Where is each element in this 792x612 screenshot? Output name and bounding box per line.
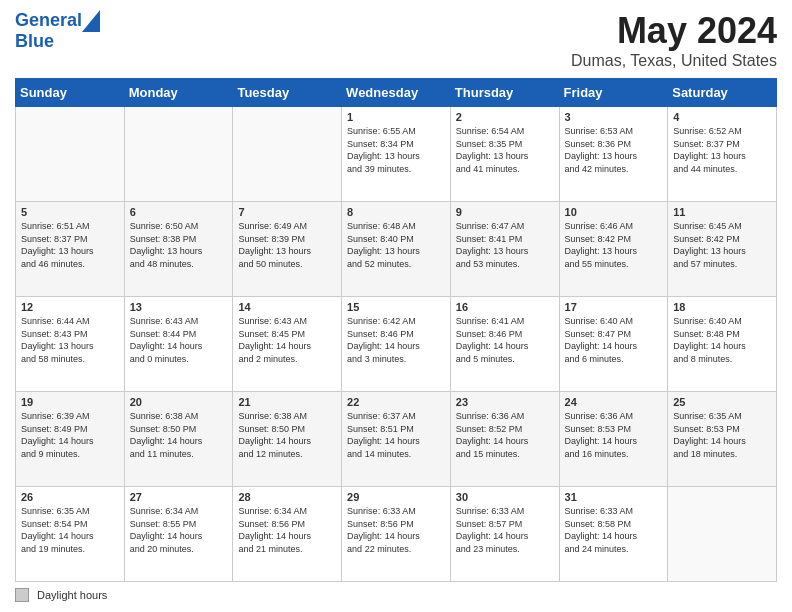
day-number: 31: [565, 491, 663, 503]
day-number: 30: [456, 491, 554, 503]
svg-marker-0: [82, 10, 100, 32]
calendar-cell: 8Sunrise: 6:48 AM Sunset: 8:40 PM Daylig…: [342, 202, 451, 297]
day-info: Sunrise: 6:38 AM Sunset: 8:50 PM Dayligh…: [238, 410, 336, 460]
day-number: 10: [565, 206, 663, 218]
calendar-header-row: SundayMondayTuesdayWednesdayThursdayFrid…: [16, 79, 777, 107]
day-number: 3: [565, 111, 663, 123]
calendar-cell: 2Sunrise: 6:54 AM Sunset: 8:35 PM Daylig…: [450, 107, 559, 202]
logo-text-blue: Blue: [15, 32, 54, 52]
logo-text-general: General: [15, 11, 82, 31]
day-number: 28: [238, 491, 336, 503]
calendar-cell: 6Sunrise: 6:50 AM Sunset: 8:38 PM Daylig…: [124, 202, 233, 297]
day-info: Sunrise: 6:37 AM Sunset: 8:51 PM Dayligh…: [347, 410, 445, 460]
calendar-cell: [16, 107, 125, 202]
calendar-cell: 9Sunrise: 6:47 AM Sunset: 8:41 PM Daylig…: [450, 202, 559, 297]
day-number: 25: [673, 396, 771, 408]
calendar-cell: 4Sunrise: 6:52 AM Sunset: 8:37 PM Daylig…: [668, 107, 777, 202]
day-number: 22: [347, 396, 445, 408]
logo-triangle-icon: [82, 10, 100, 32]
calendar-cell: 3Sunrise: 6:53 AM Sunset: 8:36 PM Daylig…: [559, 107, 668, 202]
day-number: 23: [456, 396, 554, 408]
day-info: Sunrise: 6:34 AM Sunset: 8:56 PM Dayligh…: [238, 505, 336, 555]
title-area: May 2024 Dumas, Texas, United States: [571, 10, 777, 70]
day-number: 5: [21, 206, 119, 218]
page: General Blue May 2024 Dumas, Texas, Unit…: [0, 0, 792, 612]
calendar-cell: 5Sunrise: 6:51 AM Sunset: 8:37 PM Daylig…: [16, 202, 125, 297]
day-info: Sunrise: 6:33 AM Sunset: 8:58 PM Dayligh…: [565, 505, 663, 555]
day-number: 12: [21, 301, 119, 313]
day-number: 9: [456, 206, 554, 218]
day-number: 27: [130, 491, 228, 503]
calendar-cell: 20Sunrise: 6:38 AM Sunset: 8:50 PM Dayli…: [124, 392, 233, 487]
calendar-header-tuesday: Tuesday: [233, 79, 342, 107]
day-number: 13: [130, 301, 228, 313]
calendar-header-monday: Monday: [124, 79, 233, 107]
calendar-cell: [668, 487, 777, 582]
header: General Blue May 2024 Dumas, Texas, Unit…: [15, 10, 777, 70]
day-number: 15: [347, 301, 445, 313]
day-info: Sunrise: 6:42 AM Sunset: 8:46 PM Dayligh…: [347, 315, 445, 365]
calendar-cell: 15Sunrise: 6:42 AM Sunset: 8:46 PM Dayli…: [342, 297, 451, 392]
day-info: Sunrise: 6:47 AM Sunset: 8:41 PM Dayligh…: [456, 220, 554, 270]
calendar-cell: 22Sunrise: 6:37 AM Sunset: 8:51 PM Dayli…: [342, 392, 451, 487]
main-title: May 2024: [571, 10, 777, 52]
day-number: 18: [673, 301, 771, 313]
day-info: Sunrise: 6:49 AM Sunset: 8:39 PM Dayligh…: [238, 220, 336, 270]
day-number: 2: [456, 111, 554, 123]
legend-label: Daylight hours: [37, 589, 107, 601]
day-number: 20: [130, 396, 228, 408]
calendar-cell: 18Sunrise: 6:40 AM Sunset: 8:48 PM Dayli…: [668, 297, 777, 392]
calendar-header-wednesday: Wednesday: [342, 79, 451, 107]
calendar-cell: 29Sunrise: 6:33 AM Sunset: 8:56 PM Dayli…: [342, 487, 451, 582]
calendar-cell: 11Sunrise: 6:45 AM Sunset: 8:42 PM Dayli…: [668, 202, 777, 297]
calendar-cell: 21Sunrise: 6:38 AM Sunset: 8:50 PM Dayli…: [233, 392, 342, 487]
day-info: Sunrise: 6:36 AM Sunset: 8:52 PM Dayligh…: [456, 410, 554, 460]
day-info: Sunrise: 6:40 AM Sunset: 8:47 PM Dayligh…: [565, 315, 663, 365]
calendar-cell: 19Sunrise: 6:39 AM Sunset: 8:49 PM Dayli…: [16, 392, 125, 487]
calendar-cell: 10Sunrise: 6:46 AM Sunset: 8:42 PM Dayli…: [559, 202, 668, 297]
day-number: 8: [347, 206, 445, 218]
day-info: Sunrise: 6:35 AM Sunset: 8:54 PM Dayligh…: [21, 505, 119, 555]
calendar-header-saturday: Saturday: [668, 79, 777, 107]
calendar-header-friday: Friday: [559, 79, 668, 107]
calendar-cell: 23Sunrise: 6:36 AM Sunset: 8:52 PM Dayli…: [450, 392, 559, 487]
day-number: 19: [21, 396, 119, 408]
day-number: 1: [347, 111, 445, 123]
day-number: 7: [238, 206, 336, 218]
day-number: 11: [673, 206, 771, 218]
day-number: 14: [238, 301, 336, 313]
day-info: Sunrise: 6:33 AM Sunset: 8:57 PM Dayligh…: [456, 505, 554, 555]
calendar-cell: [124, 107, 233, 202]
calendar-week-row: 5Sunrise: 6:51 AM Sunset: 8:37 PM Daylig…: [16, 202, 777, 297]
calendar-cell: 12Sunrise: 6:44 AM Sunset: 8:43 PM Dayli…: [16, 297, 125, 392]
day-info: Sunrise: 6:48 AM Sunset: 8:40 PM Dayligh…: [347, 220, 445, 270]
calendar-cell: 30Sunrise: 6:33 AM Sunset: 8:57 PM Dayli…: [450, 487, 559, 582]
subtitle: Dumas, Texas, United States: [571, 52, 777, 70]
day-info: Sunrise: 6:52 AM Sunset: 8:37 PM Dayligh…: [673, 125, 771, 175]
calendar-week-row: 26Sunrise: 6:35 AM Sunset: 8:54 PM Dayli…: [16, 487, 777, 582]
calendar-cell: 17Sunrise: 6:40 AM Sunset: 8:47 PM Dayli…: [559, 297, 668, 392]
day-info: Sunrise: 6:50 AM Sunset: 8:38 PM Dayligh…: [130, 220, 228, 270]
day-info: Sunrise: 6:51 AM Sunset: 8:37 PM Dayligh…: [21, 220, 119, 270]
day-info: Sunrise: 6:36 AM Sunset: 8:53 PM Dayligh…: [565, 410, 663, 460]
calendar-cell: 14Sunrise: 6:43 AM Sunset: 8:45 PM Dayli…: [233, 297, 342, 392]
day-info: Sunrise: 6:53 AM Sunset: 8:36 PM Dayligh…: [565, 125, 663, 175]
calendar-week-row: 12Sunrise: 6:44 AM Sunset: 8:43 PM Dayli…: [16, 297, 777, 392]
day-info: Sunrise: 6:39 AM Sunset: 8:49 PM Dayligh…: [21, 410, 119, 460]
calendar-header-sunday: Sunday: [16, 79, 125, 107]
day-info: Sunrise: 6:45 AM Sunset: 8:42 PM Dayligh…: [673, 220, 771, 270]
calendar-cell: 26Sunrise: 6:35 AM Sunset: 8:54 PM Dayli…: [16, 487, 125, 582]
day-number: 29: [347, 491, 445, 503]
day-info: Sunrise: 6:40 AM Sunset: 8:48 PM Dayligh…: [673, 315, 771, 365]
day-number: 17: [565, 301, 663, 313]
calendar-cell: 28Sunrise: 6:34 AM Sunset: 8:56 PM Dayli…: [233, 487, 342, 582]
day-info: Sunrise: 6:41 AM Sunset: 8:46 PM Dayligh…: [456, 315, 554, 365]
legend-box: [15, 588, 29, 602]
day-info: Sunrise: 6:38 AM Sunset: 8:50 PM Dayligh…: [130, 410, 228, 460]
day-info: Sunrise: 6:35 AM Sunset: 8:53 PM Dayligh…: [673, 410, 771, 460]
calendar-cell: 27Sunrise: 6:34 AM Sunset: 8:55 PM Dayli…: [124, 487, 233, 582]
day-info: Sunrise: 6:33 AM Sunset: 8:56 PM Dayligh…: [347, 505, 445, 555]
calendar-cell: 7Sunrise: 6:49 AM Sunset: 8:39 PM Daylig…: [233, 202, 342, 297]
logo: General Blue: [15, 10, 100, 52]
calendar-week-row: 1Sunrise: 6:55 AM Sunset: 8:34 PM Daylig…: [16, 107, 777, 202]
